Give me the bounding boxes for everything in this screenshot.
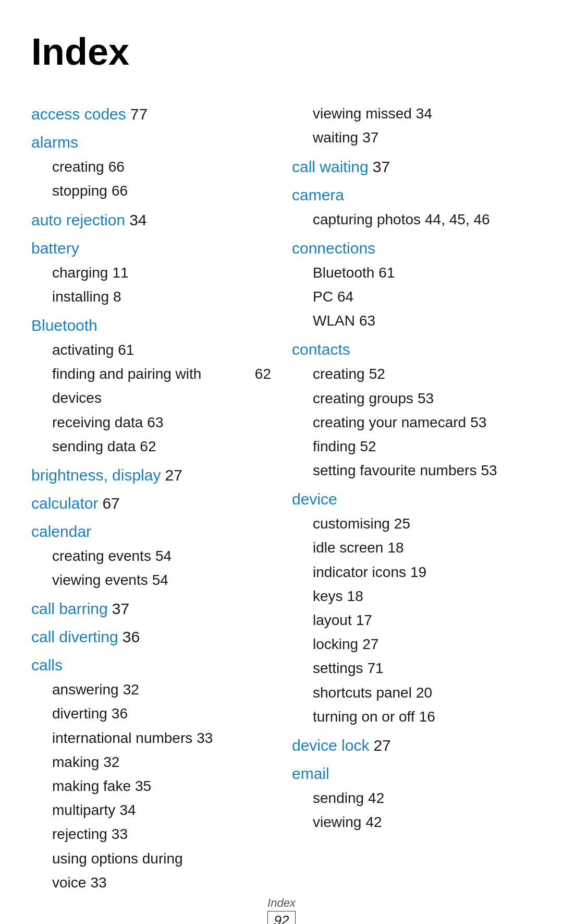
entry-sublist: charging11installing8 [52,261,271,309]
sub-entry: using options during [52,847,271,871]
entry-keyword: alarms [31,130,78,155]
sub-entry: layout17 [313,608,532,632]
sub-label: rejecting [52,822,107,846]
sub-entry: shortcuts panel20 [313,681,532,705]
sub-number: 37 [362,126,378,150]
entry-sublist: customising25idle screen18indicator icon… [313,512,532,729]
sub-entry: waiting37 [313,126,532,150]
sub-number: 19 [410,560,426,584]
entry-sublist: activating61finding and pairing with dev… [52,338,271,459]
index-entry: callsanswering32diverting36international… [31,653,271,895]
sub-number: 20 [416,681,432,705]
entry-keyword: access codes [31,102,126,127]
index-entry: access codes77 [31,102,271,127]
sub-label: idle screen [313,536,383,560]
sub-label: setting favourite numbers [313,459,476,483]
entry-number: 67 [102,491,119,516]
entry-header: Bluetooth [31,313,271,338]
entry-keyword: auto rejection [31,208,125,233]
sub-number: 34 [119,798,136,822]
entry-keyword: connections [292,236,375,261]
footer-label: Index [0,896,563,910]
sub-number: 61 [378,261,395,285]
entry-header: access codes77 [31,102,271,127]
entry-keyword: calendar [31,519,91,544]
sub-label: settings [313,656,363,680]
sub-label: diverting [52,702,107,726]
sub-number: 11 [112,261,128,285]
entry-sublist: capturing photos44, 45, 46 [313,208,532,232]
sub-entry: voice33 [52,871,271,895]
index-entry: call waiting37 [292,154,532,179]
sub-number: 8 [113,285,121,309]
sub-number: 36 [112,702,128,726]
sub-entry: sending42 [313,786,532,810]
index-entry: batterycharging11installing8 [31,236,271,309]
sub-number: 27 [362,632,378,656]
index-entry: alarmscreating66stopping66 [31,130,271,203]
sub-number: 63 [359,309,375,333]
sub-entry: turning on or off16 [313,705,532,729]
index-entry: connectionsBluetooth61PC64WLAN63 [292,236,532,333]
entry-keyword: calls [31,653,63,678]
entry-header: call diverting36 [31,625,271,650]
entry-keyword: camera [292,183,344,208]
entry-keyword: Bluetooth [31,313,97,338]
sub-label: creating [313,362,365,386]
entry-sublist: sending42viewing42 [313,786,532,834]
entry-number: 27 [165,463,182,488]
sub-number: 53 [470,411,486,435]
sub-label: layout [313,608,352,632]
entry-sublist: viewing missed34waiting37 [313,102,532,150]
entry-sublist: answering32diverting36international numb… [52,678,271,895]
sub-entry: sending data62 [52,435,271,459]
entry-header: calls [31,653,271,678]
sub-number: 44, 45, 46 [425,208,490,232]
sub-number: 63 [147,411,163,435]
sub-label: making fake [52,774,131,798]
sub-entry: finding and pairing with devices62 [52,362,271,410]
entry-header: auto rejection34 [31,208,271,233]
sub-number: 66 [112,179,128,203]
sub-label: sending data [52,435,136,459]
sub-label: waiting [313,126,358,150]
entry-number: 37 [112,596,129,621]
entry-sublist: creating events54viewing events54 [52,544,271,592]
sub-number: 33 [90,871,106,895]
sub-number: 17 [356,608,372,632]
sub-label: sending [313,786,364,810]
sub-entry: WLAN63 [313,309,532,333]
entry-header: device lock27 [292,733,532,758]
sub-number: 52 [360,435,376,459]
entry-keyword: device lock [292,733,369,758]
sub-number: 54 [152,568,168,592]
index-content: access codes77alarmscreating66stopping66… [31,99,532,899]
sub-entry: creating groups53 [313,387,532,411]
sub-label: creating your namecard [313,411,466,435]
sub-label: viewing missed [313,102,412,126]
entry-header: battery [31,236,271,261]
sub-label: multiparty [52,798,115,822]
sub-entry: keys18 [313,584,532,608]
sub-entry: viewing missed34 [313,102,532,126]
sub-entry: capturing photos44, 45, 46 [313,208,532,232]
sub-number: 52 [369,362,385,386]
entry-sublist: creating52creating groups53creating your… [313,362,532,483]
entry-header: brightness, display27 [31,463,271,488]
sub-label: finding and pairing with devices [52,362,251,410]
page-title: Index [31,31,532,73]
sub-entry: finding52 [313,435,532,459]
sub-entry: customising25 [313,512,532,536]
sub-number: 33 [197,726,213,750]
sub-label: locking [313,632,358,656]
entry-sublist: Bluetooth61PC64WLAN63 [313,261,532,333]
sub-label: making [52,750,99,774]
sub-label: creating groups [313,387,413,411]
sub-entry: creating52 [313,362,532,386]
index-entry: call barring37 [31,596,271,621]
entry-keyword: brightness, display [31,463,161,488]
entry-number: 27 [373,733,390,758]
sub-number: 25 [394,512,410,536]
sub-entry: international numbers33 [52,726,271,750]
sub-number: 18 [387,536,403,560]
